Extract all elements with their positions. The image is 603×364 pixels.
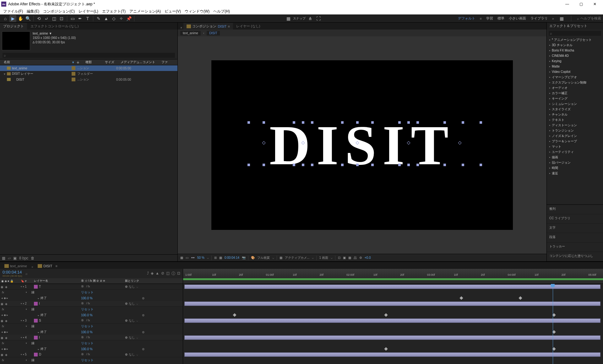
tab-project[interactable]: プロジェクト: [0, 23, 27, 30]
timeline-tab-1[interactable]: text_anime: [1, 263, 30, 269]
col-size[interactable]: サイズ: [105, 60, 121, 64]
maximize-button[interactable]: ▢: [574, 0, 588, 8]
vb-icon-5[interactable]: ⚙: [359, 256, 362, 259]
tab-effect-controls[interactable]: エフェクトコントロール (なし): [27, 23, 82, 30]
effect-category[interactable]: 旧バージョン: [547, 160, 603, 165]
snapshot-icon[interactable]: 📷: [242, 256, 246, 259]
help-search[interactable]: ⌕ ヘルプを検索: [577, 16, 601, 21]
comp-name[interactable]: text_anime ▼: [33, 31, 76, 36]
menu-item[interactable]: アニメーション(A): [128, 9, 163, 14]
col-parent[interactable]: 親とリンク: [125, 279, 163, 283]
effect-category[interactable]: テキスト: [547, 117, 603, 122]
tab-composition[interactable]: コンポジション DISIT ≡: [183, 23, 233, 30]
menu-item[interactable]: エフェクト(T): [100, 9, 128, 14]
effect-category[interactable]: ブラー＆シャープ: [547, 139, 603, 144]
col-name[interactable]: 名前: [4, 60, 72, 64]
effect-category[interactable]: シミュレーション: [547, 101, 603, 106]
layer-row[interactable]: ◉◈▾▪ 5D单 / fx⊚なし ⌵: [0, 352, 183, 357]
effect-category[interactable]: ディストーション: [547, 122, 603, 128]
layer-row[interactable]: ◉◈▾▪ 3S单 / fx⊚なし ⌵: [0, 318, 183, 323]
effect-category[interactable]: イマーシブビデオ: [547, 74, 603, 80]
close-button[interactable]: ✕: [588, 0, 602, 8]
effect-category[interactable]: 3D チャンネル: [547, 42, 603, 48]
col-fp[interactable]: ファ: [161, 60, 168, 64]
zoom-level[interactable]: 50 %: [197, 256, 204, 259]
property-row[interactable]: fx▾線リセット: [0, 307, 183, 312]
vb-icon-2[interactable]: ▣: [343, 256, 346, 259]
workspace-menu-icon[interactable]: ▦: [558, 15, 565, 22]
effect-category[interactable]: 遠近: [547, 171, 603, 176]
time-ruler[interactable]: 1:00f10f20f01:00f10f20f02:00f10f20f03:00…: [183, 269, 603, 278]
interpret-icon[interactable]: ▦: [2, 256, 5, 260]
property-row[interactable]: ◂ ◆ ▸⌄ 終了100.0 %⊚: [0, 312, 183, 318]
effects-category-list[interactable]: * アニメーションプリセット3D チャンネルBoris FX MochaCINE…: [547, 37, 603, 204]
property-row[interactable]: fx▾線リセット: [0, 290, 183, 295]
project-search-input[interactable]: [3, 53, 175, 58]
tl-opt-3-icon[interactable]: ▲: [155, 271, 159, 276]
project-list[interactable]: text_anime...ション0:00:05:00▾DISIT レイヤーフォル…: [0, 65, 177, 254]
effect-category[interactable]: キーイング: [547, 96, 603, 101]
effect-category[interactable]: チャンネル: [547, 112, 603, 117]
selection-tool-icon[interactable]: ▶: [9, 15, 16, 22]
property-row[interactable]: ◂ ◆ ▸⌄ 終了100.0 %⊚: [0, 346, 183, 352]
property-row[interactable]: ◂ ◆ ▸⌄ 終了100.0 %⊚: [0, 329, 183, 335]
workspace-small[interactable]: 小さい画面: [509, 16, 526, 21]
breadcrumb-2[interactable]: DISIT: [207, 31, 220, 35]
tl-opt-6-icon[interactable]: ⓘ: [171, 271, 175, 276]
effect-category[interactable]: CINEMA 4D: [547, 53, 603, 58]
property-row[interactable]: ◂ ◆ ▸⌄ 終了100.0 %⊚: [0, 295, 183, 301]
eraser-tool-icon[interactable]: ◇: [110, 15, 117, 22]
folder-icon[interactable]: ▱: [8, 256, 11, 260]
workspace-learn[interactable]: 学習: [486, 16, 493, 21]
viewer[interactable]: DISIT: [178, 36, 546, 254]
workspace-library[interactable]: ライブラリ: [530, 16, 548, 21]
property-row[interactable]: fx▾線リセット: [0, 340, 183, 346]
vb-icon-3[interactable]: ▦: [348, 256, 351, 259]
effect-category[interactable]: エクスプレッション制御: [547, 80, 603, 85]
alpha-icon[interactable]: ▦: [180, 256, 183, 259]
tl-opt-5-icon[interactable]: ◫: [166, 271, 170, 276]
snap-opt1-icon[interactable]: ⋔: [307, 15, 314, 22]
quality-select[interactable]: フル画質: [257, 256, 270, 260]
panel-shortcut[interactable]: トラッカー: [547, 242, 603, 252]
view-layout[interactable]: 1 画面: [319, 256, 328, 260]
shape-tool-icon[interactable]: ▭: [69, 15, 76, 22]
comp-icon[interactable]: ▣: [13, 256, 17, 260]
channel-icon[interactable]: ▭: [186, 256, 188, 259]
orbit-tool-icon[interactable]: ⟲: [35, 15, 42, 22]
effect-category[interactable]: Video Copilot: [547, 69, 603, 74]
puppet-tool-icon[interactable]: 📌: [125, 15, 132, 22]
layer-row[interactable]: ◉◈▾▪ 4I单 / fx⊚なし ⌵: [0, 335, 183, 340]
tl-opt-7-icon[interactable]: ⊡: [177, 271, 180, 276]
panel-shortcut[interactable]: CC ライブラリ: [547, 214, 603, 224]
home-icon[interactable]: ⌂: [2, 15, 9, 22]
camera-select[interactable]: アクティブカメ...: [285, 256, 309, 260]
col-type[interactable]: 種類: [80, 60, 105, 64]
property-row[interactable]: fx▾線リセット: [0, 357, 183, 363]
panel-shortcut[interactable]: コンテンツに応じた塗りつぶし: [547, 252, 603, 261]
menu-item[interactable]: ビュー(V): [163, 9, 183, 14]
timeline-tab-2[interactable]: DISIT≡: [35, 263, 61, 269]
menu-item[interactable]: ヘルプ(H): [211, 9, 232, 14]
tl-opt-2-icon[interactable]: ◈: [151, 271, 154, 276]
color-mgmt-icon[interactable]: 🎨: [251, 256, 255, 259]
mask-icon[interactable]: 👓: [191, 256, 195, 259]
menu-item[interactable]: 編集(E): [25, 9, 41, 14]
minimize-button[interactable]: —: [560, 0, 574, 8]
breadcrumb-1[interactable]: text_anime: [180, 31, 201, 35]
effect-category[interactable]: トランジション: [547, 128, 603, 133]
snap-label[interactable]: スナップ: [293, 16, 306, 21]
menu-item[interactable]: ファイル(F): [1, 9, 25, 14]
layer-row[interactable]: ◉◈▾▪ 1T单 / fx⊚なし ⌵: [0, 284, 183, 290]
layer-row[interactable]: ◉◈▾▪ 2I单 / fx⊚なし ⌵: [0, 301, 183, 307]
panel-shortcut[interactable]: 段落: [547, 233, 603, 242]
project-item[interactable]: DISIT...ション0:00:05:00: [0, 77, 177, 82]
effect-category[interactable]: 描画: [547, 155, 603, 160]
frame-time[interactable]: 0:00:04:14: [225, 256, 239, 259]
col-layer-name[interactable]: レイヤー名: [34, 279, 81, 283]
property-row[interactable]: fx▾線リセット: [0, 323, 183, 329]
pen-tool-icon[interactable]: ✒: [77, 15, 84, 22]
rotate-tool-icon[interactable]: ⤾: [43, 15, 50, 22]
grid-icon[interactable]: ▦: [285, 15, 292, 22]
col-duration[interactable]: メディアデュ...: [121, 60, 143, 64]
